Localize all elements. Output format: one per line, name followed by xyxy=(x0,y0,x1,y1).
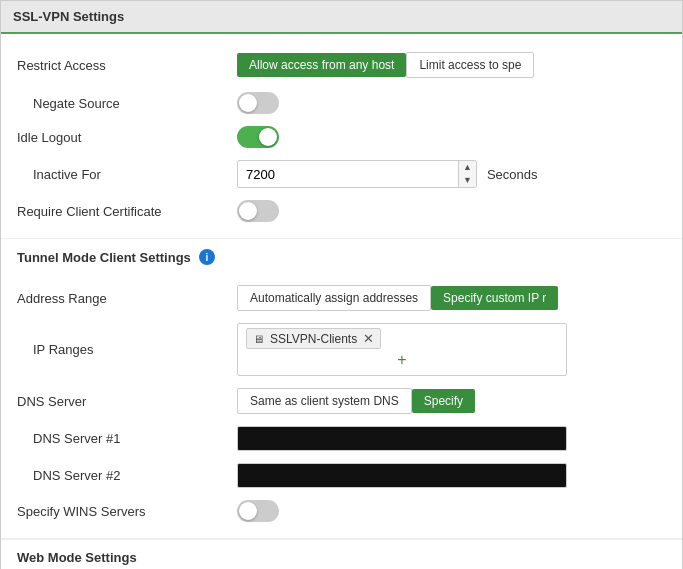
dns-server-row: DNS Server Same as client system DNS Spe… xyxy=(17,382,666,420)
address-range-btn-group: Automatically assign addresses Specify c… xyxy=(237,285,558,311)
negate-source-label: Negate Source xyxy=(17,96,237,111)
sslvpn-clients-tag: 🖥 SSLVPN-Clients ✕ xyxy=(246,328,381,349)
inactive-for-unit: Seconds xyxy=(487,167,538,182)
dns-server-btn-group: Same as client system DNS Specify xyxy=(237,388,475,414)
idle-logout-toggle[interactable] xyxy=(237,126,279,148)
dns-server-1-input[interactable] xyxy=(237,426,567,451)
inactive-for-row: Inactive For ▲ ▼ Seconds xyxy=(17,154,666,194)
auto-assign-button[interactable]: Automatically assign addresses xyxy=(237,285,431,311)
tunnel-mode-info-icon[interactable]: i xyxy=(199,249,215,265)
same-dns-button[interactable]: Same as client system DNS xyxy=(237,388,412,414)
negate-source-knob xyxy=(239,94,257,112)
restrict-access-btn-group: Allow access from any host Limit access … xyxy=(237,52,534,78)
custom-ip-button[interactable]: Specify custom IP r xyxy=(431,286,558,310)
ip-ranges-add-button[interactable]: + xyxy=(246,349,558,371)
tag-remove-button[interactable]: ✕ xyxy=(363,331,374,346)
address-range-label: Address Range xyxy=(17,291,237,306)
limit-access-button[interactable]: Limit access to spe xyxy=(406,52,534,78)
address-range-row: Address Range Automatically assign addre… xyxy=(17,279,666,317)
specify-wins-knob xyxy=(239,502,257,520)
inactive-for-input[interactable] xyxy=(238,163,458,186)
inactive-for-spinners: ▲ ▼ xyxy=(458,161,476,187)
dns-server-1-label: DNS Server #1 xyxy=(17,431,237,446)
negate-source-toggle[interactable] xyxy=(237,92,279,114)
dns-server-2-input[interactable] xyxy=(237,463,567,488)
ip-ranges-row: IP Ranges 🖥 SSLVPN-Clients ✕ + xyxy=(17,317,666,382)
idle-logout-row: Idle Logout xyxy=(17,120,666,154)
idle-logout-label: Idle Logout xyxy=(17,130,237,145)
specify-wins-row: Specify WINS Servers xyxy=(17,494,666,528)
ip-ranges-input[interactable]: 🖥 SSLVPN-Clients ✕ + xyxy=(237,323,567,376)
ip-ranges-tag: 🖥 SSLVPN-Clients ✕ xyxy=(246,328,558,349)
tunnel-mode-title: Tunnel Mode Client Settings xyxy=(17,250,191,265)
require-cert-knob xyxy=(239,202,257,220)
specify-dns-button[interactable]: Specify xyxy=(412,389,475,413)
web-mode-header: Web Mode Settings xyxy=(1,539,682,569)
tag-server-icon: 🖥 xyxy=(253,333,264,345)
dns-server-2-row: DNS Server #2 xyxy=(17,457,666,494)
require-cert-label: Require Client Certificate xyxy=(17,204,237,219)
restrict-access-row: Restrict Access Allow access from any ho… xyxy=(17,44,666,86)
inactive-for-up[interactable]: ▲ xyxy=(459,161,476,174)
inactive-for-label: Inactive For xyxy=(17,167,237,182)
web-mode-title: Web Mode Settings xyxy=(17,550,137,565)
dns-server-label: DNS Server xyxy=(17,394,237,409)
require-cert-toggle[interactable] xyxy=(237,200,279,222)
dns-server-1-row: DNS Server #1 xyxy=(17,420,666,457)
tag-label: SSLVPN-Clients xyxy=(270,332,357,346)
allow-access-button[interactable]: Allow access from any host xyxy=(237,53,406,77)
panel-title: SSL-VPN Settings xyxy=(1,1,682,34)
restrict-access-label: Restrict Access xyxy=(17,58,237,73)
inactive-for-down[interactable]: ▼ xyxy=(459,174,476,187)
tunnel-mode-header: Tunnel Mode Client Settings i xyxy=(1,239,682,269)
ip-ranges-label: IP Ranges xyxy=(17,342,237,357)
inactive-for-input-wrap: ▲ ▼ xyxy=(237,160,477,188)
require-cert-row: Require Client Certificate xyxy=(17,194,666,228)
dns-server-2-label: DNS Server #2 xyxy=(17,468,237,483)
negate-source-row: Negate Source xyxy=(17,86,666,120)
idle-logout-knob xyxy=(259,128,277,146)
specify-wins-toggle[interactable] xyxy=(237,500,279,522)
specify-wins-label: Specify WINS Servers xyxy=(17,504,237,519)
ssl-vpn-panel: SSL-VPN Settings Restrict Access Allow a… xyxy=(0,0,683,569)
